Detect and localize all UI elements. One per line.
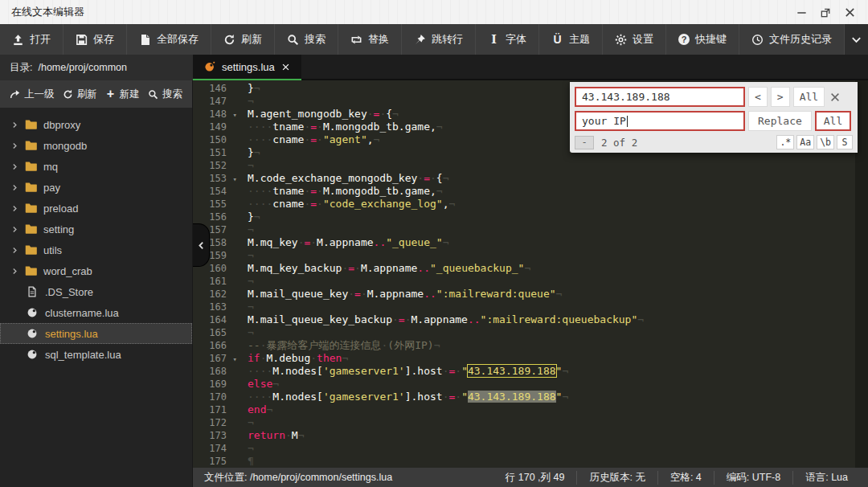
minimize-button[interactable] <box>792 3 810 21</box>
search-option-Aa[interactable]: Aa <box>796 135 814 149</box>
code-line-174[interactable]: 174¬ <box>193 442 855 455</box>
code-line-text[interactable]: ¬ <box>238 301 254 313</box>
search-option-S[interactable]: S <box>837 135 853 149</box>
line-number[interactable]: 164 <box>193 313 238 326</box>
find-prev-button[interactable]: < <box>748 87 768 107</box>
code-line-166[interactable]: 166--·暴露给客户端的连接信息·(外网IP)¬ <box>193 339 855 352</box>
tree-file-settings.lua[interactable]: settings.lua <box>0 323 192 344</box>
close-button[interactable] <box>841 3 858 21</box>
line-number[interactable]: 167▾ <box>193 352 238 365</box>
line-number[interactable]: 151 <box>193 146 238 159</box>
tree-folder-preload[interactable]: preload <box>0 198 192 219</box>
code-line-text[interactable]: ····tname·=·M.mongodb_tb.game,¬ <box>238 121 443 133</box>
code-line-text[interactable]: ····M.nodes['gameserver1'].host·=·"43.14… <box>238 391 568 403</box>
code-line-173[interactable]: 173return·M¬ <box>193 429 855 442</box>
code-line-171[interactable]: 171end¬ <box>193 403 855 416</box>
status-item-3[interactable]: 空格: 4 <box>657 471 714 485</box>
code-line-text[interactable]: ¬ <box>238 223 254 236</box>
status-item-2[interactable]: 历史版本: 无 <box>576 471 657 485</box>
code-line-169[interactable]: 169else¬ <box>193 378 855 391</box>
toolbar-button-goto-line[interactable]: 跳转行 <box>402 24 476 55</box>
replace-input[interactable]: your IP <box>575 111 745 131</box>
code-line-text[interactable]: M.mq_key·=·M.appname.."_queue_"¬ <box>238 236 449 249</box>
code-line-167[interactable]: 167▾if·M.debug·then¬ <box>193 352 855 365</box>
tree-folder-utils[interactable]: utils <box>0 239 192 260</box>
code-line-text[interactable]: --·暴露给客户端的连接信息·(外网IP)¬ <box>238 339 440 352</box>
tab-settings.lua[interactable]: settings.lua <box>193 55 301 79</box>
tree-file-clustername.lua[interactable]: clustername.lua <box>0 302 192 323</box>
line-number[interactable]: 147 <box>193 95 238 108</box>
line-number[interactable]: 162 <box>193 288 238 301</box>
code-line-text[interactable]: return·M¬ <box>238 429 304 442</box>
tree-folder-dbproxy[interactable]: dbproxy <box>0 114 192 135</box>
replace-button[interactable]: Replace <box>748 111 812 131</box>
fold-icon[interactable]: ▾ <box>233 108 237 121</box>
code-line-161[interactable]: 161¬ <box>193 275 855 288</box>
code-line-152[interactable]: 152¬ <box>193 159 855 172</box>
code-line-text[interactable]: ····M.nodes['gameserver1'].host·=·"43.14… <box>238 365 568 378</box>
toolbar-button-search[interactable]: 搜索 <box>275 24 338 55</box>
code-line-157[interactable]: 157¬ <box>193 223 855 236</box>
fold-icon[interactable]: ▾ <box>233 353 237 366</box>
tree-file-sql_template.lua[interactable]: sql_template.lua <box>0 344 192 365</box>
line-number[interactable]: 146 <box>193 82 238 95</box>
line-number[interactable]: 148▾ <box>193 108 238 121</box>
find-all-button[interactable]: All <box>793 87 825 107</box>
code-line-165[interactable]: 165¬ <box>193 326 855 339</box>
find-next-button[interactable]: > <box>771 87 790 107</box>
line-number[interactable]: 174 <box>193 442 238 455</box>
line-number[interactable]: 166 <box>193 339 238 352</box>
code-line-text[interactable]: if·M.debug·then¬ <box>238 352 348 365</box>
code-line-text[interactable]: ¬ <box>238 95 254 108</box>
code-line-168[interactable]: 168····M.nodes['gameserver1'].host·=·"43… <box>193 365 855 378</box>
code-line-text[interactable]: ¶ <box>238 455 254 468</box>
toolbar-more-button[interactable] <box>845 24 868 55</box>
line-number[interactable]: 149 <box>193 121 238 133</box>
code-line-text[interactable]: ····tname·=·M.mongodb_tb.game,¬ <box>238 185 443 198</box>
code-line-155[interactable]: 155····cname·=·"code_exchange_log",¬ <box>193 198 855 211</box>
status-item-4[interactable]: 编码: UTF-8 <box>714 471 792 485</box>
maximize-button[interactable] <box>817 3 834 21</box>
tree-folder-pay[interactable]: pay <box>0 177 192 198</box>
code-line-text[interactable]: }¬ <box>238 211 260 223</box>
toolbar-button-replace[interactable]: 替换 <box>338 24 402 55</box>
line-number[interactable]: 175 <box>193 455 238 468</box>
line-number[interactable]: 172 <box>193 416 238 429</box>
code-line-159[interactable]: 159¬ <box>193 249 855 262</box>
code-line-text[interactable]: ····cname·=·"agent",¬ <box>238 133 379 146</box>
tree-folder-word_crab[interactable]: word_crab <box>0 260 192 281</box>
line-number[interactable]: 150 <box>193 133 238 146</box>
code-line-text[interactable]: M.mq_key_backup·=·M.appname.."_queueback… <box>238 262 530 275</box>
code-line-158[interactable]: 158M.mq_key·=·M.appname.."_queue_"¬ <box>193 236 855 249</box>
close-search-icon[interactable] <box>829 92 841 103</box>
code-editor[interactable]: 146}¬147¬148▾M.agent_mongodb_key·=·{¬149… <box>193 80 868 468</box>
line-number[interactable]: 170 <box>193 391 238 403</box>
line-number[interactable]: 163 <box>193 301 238 313</box>
line-number[interactable]: 169 <box>193 378 238 391</box>
status-item-1[interactable]: 行 170 ,列 49 <box>493 471 577 485</box>
toolbar-button-settings[interactable]: 设置 <box>603 24 666 55</box>
code-line-text[interactable]: ¬ <box>238 249 254 262</box>
line-number[interactable]: 173 <box>193 429 238 442</box>
toolbar-button-file-history[interactable]: 文件历史记录 <box>739 24 845 55</box>
status-item-5[interactable]: 语言: Lua <box>792 471 860 485</box>
code-line-text[interactable]: M.mail_queue_key_backup·=·M.appname..":m… <box>238 313 644 326</box>
line-number[interactable]: 168 <box>193 365 238 378</box>
toolbar-button-shortcuts[interactable]: ?快捷键 <box>666 24 739 55</box>
code-line-text[interactable]: ····cname·=·"code_exchange_log",¬ <box>238 198 455 211</box>
line-number[interactable]: 171 <box>193 403 238 416</box>
collapse-search-button[interactable]: - <box>575 136 594 149</box>
tree-file-.DS_Store[interactable]: .DS_Store <box>0 281 192 302</box>
replace-all-button[interactable]: All <box>815 111 851 131</box>
code-line-153[interactable]: 153▾M.code_exchange_mongodb_key·=·{¬ <box>193 172 855 185</box>
line-number[interactable]: 156 <box>193 211 238 223</box>
line-number[interactable]: 153▾ <box>193 172 238 185</box>
explorer-button-new[interactable]: +新建 <box>105 88 140 101</box>
code-line-170[interactable]: 170····M.nodes['gameserver1'].host·=·"43… <box>193 391 855 403</box>
code-line-172[interactable]: 172¬ <box>193 416 855 429</box>
code-line-164[interactable]: 164M.mail_queue_key_backup·=·M.appname..… <box>193 313 855 326</box>
toolbar-button-open[interactable]: 打开 <box>0 24 63 55</box>
fold-icon[interactable]: ▾ <box>233 173 237 186</box>
toolbar-button-save-all[interactable]: 全部保存 <box>127 24 211 55</box>
code-line-text[interactable]: ¬ <box>238 159 254 172</box>
